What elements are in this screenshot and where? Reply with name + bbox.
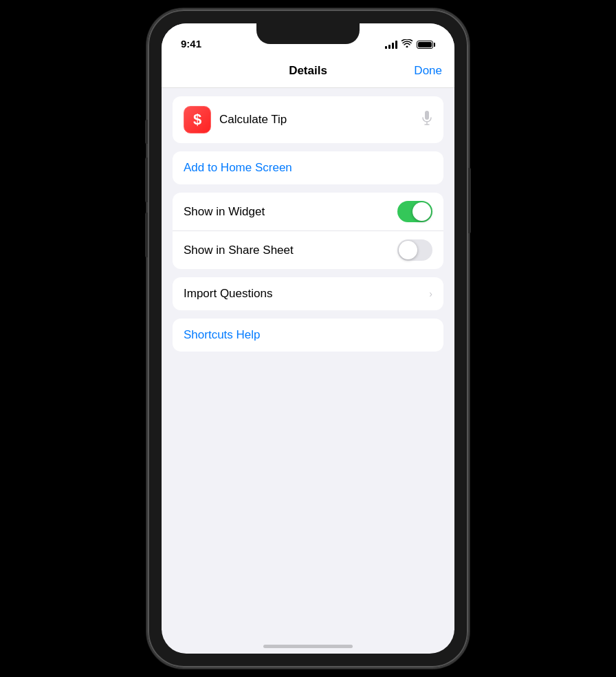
- toggle-thumb-off: [399, 241, 417, 259]
- nav-bar: Details Done: [162, 54, 454, 88]
- microphone-icon[interactable]: [421, 111, 432, 129]
- toggle-section: Show in Widget Show in Share Sheet: [173, 193, 443, 269]
- svg-rect-0: [425, 111, 429, 120]
- show-in-widget-label: Show in Widget: [184, 205, 397, 219]
- import-questions-section[interactable]: Import Questions ›: [173, 277, 443, 310]
- show-in-widget-row[interactable]: Show in Widget: [173, 193, 443, 231]
- show-in-share-sheet-label: Show in Share Sheet: [184, 244, 397, 257]
- volume-up-button: [145, 158, 148, 202]
- shortcut-name: Calculate Tip: [219, 113, 421, 127]
- add-to-home-screen-section[interactable]: Add to Home Screen: [173, 151, 443, 184]
- shortcut-icon: $: [184, 106, 211, 133]
- screen: 9:41: [162, 23, 454, 654]
- signal-icon: [385, 41, 397, 49]
- show-in-share-sheet-toggle[interactable]: [397, 239, 432, 261]
- add-to-home-screen-row[interactable]: Add to Home Screen: [173, 151, 443, 184]
- add-to-home-screen-label[interactable]: Add to Home Screen: [184, 161, 292, 174]
- home-indicator: [263, 645, 353, 648]
- volume-down-button: [145, 213, 148, 257]
- show-in-widget-toggle[interactable]: [397, 201, 432, 222]
- toggle-thumb: [412, 202, 431, 221]
- notch: [256, 23, 360, 44]
- chevron-right-icon: ›: [429, 288, 432, 299]
- battery-icon: [417, 41, 435, 49]
- shortcuts-help-section[interactable]: Shortcuts Help: [173, 319, 443, 352]
- import-questions-label: Import Questions: [184, 287, 429, 301]
- status-icons: [385, 39, 441, 50]
- status-time: 9:41: [175, 38, 201, 50]
- power-button: [468, 168, 471, 233]
- shortcut-name-section: $ Calculate Tip: [173, 96, 443, 143]
- shortcuts-help-label[interactable]: Shortcuts Help: [184, 328, 261, 341]
- mute-button: [145, 120, 148, 144]
- show-in-share-sheet-row[interactable]: Show in Share Sheet: [173, 231, 443, 269]
- done-button[interactable]: Done: [414, 64, 442, 78]
- content-area: $ Calculate Tip Add t: [162, 88, 454, 630]
- wifi-icon: [402, 39, 412, 50]
- shortcut-row: $ Calculate Tip: [173, 96, 443, 143]
- page-title: Details: [289, 64, 327, 78]
- phone-device: 9:41: [146, 8, 470, 669]
